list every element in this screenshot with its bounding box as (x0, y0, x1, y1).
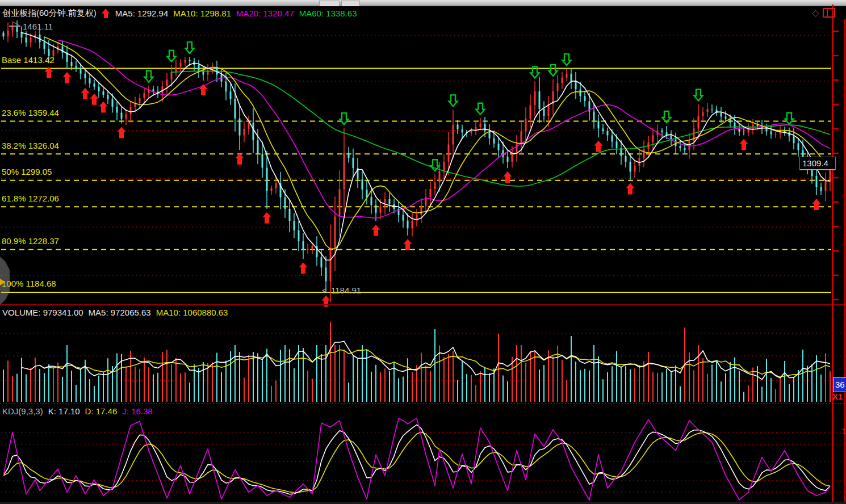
axis-layer (0, 5, 846, 504)
extreme-markers-layer (12, 22, 326, 292)
header-icons: ◇ (812, 8, 835, 18)
fib-label-base: Base 1413.42 (2, 55, 55, 65)
kdj-j-value: J: 16.38 (122, 406, 152, 416)
fib-label-382: 38.2% 1326.04 (2, 141, 59, 150)
fib-label-100: 100% 1184.68 (2, 279, 56, 288)
ma10-value: MA10: 1298.81 (173, 9, 231, 18)
ma-lines-layer (22, 32, 830, 260)
peak-price-label: 1461.11 (23, 22, 53, 31)
low-price-label: 1184.91 (331, 285, 361, 295)
kdj-header: KDJ(9,3,3) K: 17.10 D: 17.46 J: 16.38 (2, 405, 153, 417)
signal-arrows-layer (45, 42, 821, 306)
kdj-grid-layer (1, 432, 846, 492)
volume-header: VOLUME: 979341.00 MA5: 972065.63 MA10: 1… (2, 306, 228, 318)
low-marker-icon: < (322, 285, 327, 295)
split-window-icon[interactable] (823, 8, 835, 18)
chart-canvas (0, 0, 846, 504)
volume-ma10-value: MA10: 1060880.63 (156, 308, 228, 317)
diamond-icon[interactable]: ◇ (812, 9, 819, 18)
ma20-value: MA20: 1320.47 (236, 9, 294, 18)
trading-app-window: 创业板指(60分钟.前复权) MA5: 1292.94 MA10: 1298.8… (0, 0, 846, 504)
fib-lines-layer (1, 69, 831, 292)
fib-label-50: 50% 1299.05 (2, 167, 52, 177)
main-grid-layer (1, 35, 846, 275)
volume-grid-layer (1, 333, 846, 380)
instrument-title: 创业板指(60分钟.前复权) (2, 8, 97, 19)
fib-label-618: 61.8% 1272.06 (2, 194, 59, 203)
peak-tick-line (9, 26, 20, 27)
kdj-right-scale-label: 1 (841, 426, 846, 436)
volume-multiplier-label: X1 (832, 392, 843, 401)
ma60-value: MA60: 1338.63 (299, 9, 357, 18)
up-arrow-icon (102, 9, 110, 18)
ma5-value: MA5: 1292.94 (115, 9, 168, 18)
kdj-k-value: K: 17.10 (48, 406, 80, 416)
fib-label-809: 80.9% 1228.37 (2, 236, 59, 246)
left-marker-icon (0, 279, 5, 285)
last-price-label: 1309.4 (799, 157, 836, 170)
chart-header: 创业板指(60分钟.前复权) MA5: 1292.94 MA10: 1298.8… (2, 7, 357, 19)
volume-scale-box: 36 (833, 377, 846, 392)
kdj-indicator-label: KDJ(9,3,3) (2, 406, 43, 416)
kdj-d-value: D: 17.46 (85, 406, 118, 416)
bottom-border (0, 502, 846, 504)
volume-ma5-value: MA5: 972065.63 (89, 308, 151, 317)
volume-value: VOLUME: 979341.00 (2, 308, 83, 317)
fib-label-236: 23.6% 1359.44 (2, 108, 59, 117)
kdj-lines-layer (3, 418, 830, 500)
